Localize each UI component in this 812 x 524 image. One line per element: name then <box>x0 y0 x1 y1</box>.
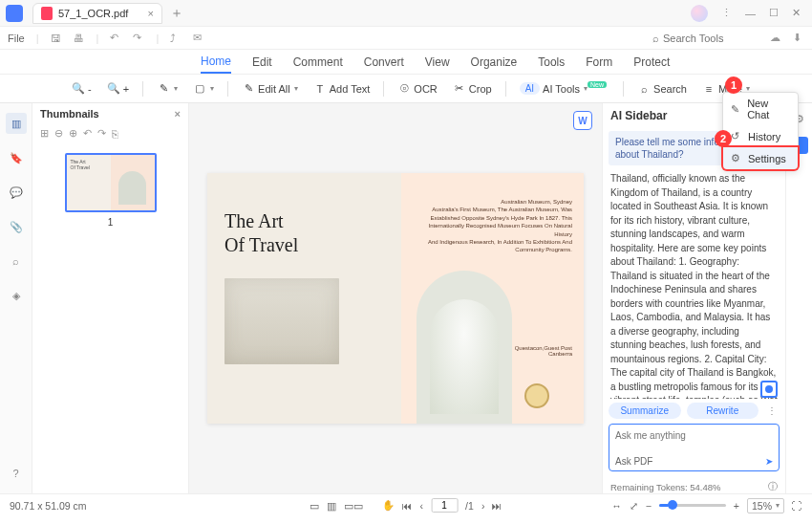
word-export-icon[interactable]: W <box>573 111 592 130</box>
document-page: The Art Of Travel Australian Museum, Syd… <box>207 173 584 424</box>
tab-convert[interactable]: Convert <box>364 55 404 69</box>
zoom-in-button[interactable]: 🔍+ <box>102 79 134 98</box>
page-dimensions: 90.71 x 51.09 cm <box>10 500 87 512</box>
tab-protect[interactable]: Protect <box>633 55 670 69</box>
tokens-info-icon[interactable]: ⓘ <box>768 481 778 493</box>
new-chat-icon: ✎ <box>731 103 741 116</box>
share-icon[interactable]: ⤴ <box>170 33 182 44</box>
zoom-out-button[interactable]: 🔍- <box>67 79 96 98</box>
tab-view[interactable]: View <box>425 55 450 69</box>
fit-width-icon[interactable]: ↔ <box>611 500 622 512</box>
last-page-icon[interactable]: ⏭ <box>492 500 502 512</box>
next-page-icon[interactable]: › <box>481 500 485 512</box>
page-number-input[interactable] <box>431 498 458 513</box>
ai-actions-more-icon[interactable]: ⋮ <box>764 403 780 419</box>
document-caption: Questacon,Guest Post Canberra <box>515 345 572 357</box>
zoom-slider[interactable] <box>659 504 726 507</box>
search-button[interactable]: ⌕Search <box>632 79 692 98</box>
mail-icon[interactable]: ✉ <box>193 32 204 44</box>
dropdown-settings[interactable]: ⚙Settings <box>723 147 798 169</box>
document-canvas[interactable]: W The Art Of Travel Australian Museum, S… <box>189 103 602 493</box>
thumb-grid-icon[interactable]: ⊞ <box>40 127 49 140</box>
ai-text-input[interactable] <box>615 430 773 441</box>
redo-icon[interactable]: ↷ <box>133 32 144 44</box>
page-total: /1 <box>465 500 474 512</box>
minimize-icon[interactable]: — <box>745 8 756 19</box>
tab-comment[interactable]: Comment <box>293 55 343 69</box>
rail-search-icon[interactable]: ⌕ <box>6 251 27 272</box>
ai-tools-button[interactable]: AIAI Tools▾New <box>515 79 614 98</box>
callout-2: 2 <box>715 130 732 147</box>
view-two-icon[interactable]: ▭▭ <box>344 500 363 512</box>
rail-attachment-icon[interactable]: 📎 <box>6 216 27 237</box>
ai-input-box[interactable]: Ask PDF ➤ <box>609 424 780 471</box>
tokens-value: 54.48% <box>690 482 720 492</box>
ocr-button[interactable]: ⦾OCR <box>393 79 441 98</box>
zoom-minus-icon[interactable]: − <box>646 500 652 512</box>
thumb-rotate-left-icon[interactable]: ↶ <box>83 127 92 140</box>
download-icon[interactable]: ⬇ <box>793 32 804 44</box>
tab-tools[interactable]: Tools <box>538 55 565 69</box>
thumb-rotate-right-icon[interactable]: ↷ <box>97 127 106 140</box>
menubar: Home Edit Comment Convert View Organize … <box>0 50 812 75</box>
summarize-button[interactable]: Summarize <box>609 403 681 419</box>
shape-button[interactable]: ▢▾ <box>188 79 219 98</box>
crop-button[interactable]: ✂Crop <box>448 79 497 98</box>
save-icon[interactable]: 🖫 <box>51 33 62 44</box>
view-single-icon[interactable]: ▭ <box>310 500 319 512</box>
tab-home[interactable]: Home <box>201 55 231 74</box>
undo-icon[interactable]: ↶ <box>110 32 121 44</box>
thumbnail-number: 1 <box>32 217 188 228</box>
view-continuous-icon[interactable]: ▥ <box>327 500 336 512</box>
tab-organize[interactable]: Organize <box>471 55 518 69</box>
thumb-zoomin-icon[interactable]: ⊕ <box>69 127 77 140</box>
document-tab[interactable]: 57_1_OCR.pdf × <box>32 3 162 24</box>
print-icon[interactable]: 🖶 <box>74 33 85 44</box>
send-icon[interactable]: ➤ <box>765 456 773 467</box>
zoom-value-box[interactable]: 15%▾ <box>747 498 784 513</box>
close-tab-icon[interactable]: × <box>147 8 153 19</box>
thumbnails-title: Thumbnails <box>40 108 99 120</box>
tool-search-input[interactable] <box>663 33 749 44</box>
thumbnails-panel: Thumbnails × ⊞ ⊖ ⊕ ↶ ↷ ⎘ The ArtOf Trave… <box>32 103 189 493</box>
kebab-icon[interactable]: ⋮ <box>721 7 732 19</box>
rail-layers-icon[interactable]: ◈ <box>6 285 27 306</box>
thumbnails-close-icon[interactable]: × <box>175 108 181 120</box>
ai-dropdown: ✎New Chat ↺History ⚙Settings <box>722 92 799 170</box>
account-orb-icon[interactable] <box>691 5 708 22</box>
zoom-plus-icon[interactable]: + <box>734 500 739 512</box>
highlighter-button[interactable]: ✎▾ <box>152 79 182 98</box>
tab-form[interactable]: Form <box>586 55 612 69</box>
rail-bookmark-icon[interactable]: 🔖 <box>6 147 27 168</box>
ask-pdf-toggle[interactable]: Ask PDF <box>615 456 652 467</box>
rail-thumbnails-icon[interactable]: ▥ <box>6 113 27 134</box>
dropdown-history[interactable]: ↺History <box>723 125 798 147</box>
tab-edit[interactable]: Edit <box>252 55 272 69</box>
callout-1: 1 <box>725 76 742 94</box>
hand-tool-icon[interactable]: ✋ <box>382 499 395 512</box>
fit-page-icon[interactable]: ⤢ <box>630 500 638 512</box>
thumb-insert-icon[interactable]: ⎘ <box>112 128 118 140</box>
fullscreen-icon[interactable]: ⛶ <box>792 500 802 512</box>
page-thumbnail[interactable]: The ArtOf Travel <box>65 153 157 212</box>
document-clock-image <box>524 383 549 408</box>
maximize-icon[interactable]: ☐ <box>769 7 779 19</box>
new-tab-button[interactable]: ＋ <box>170 5 183 22</box>
rail-comment-icon[interactable]: 💬 <box>6 182 27 203</box>
prev-page-icon[interactable]: ‹ <box>420 500 424 512</box>
rail-help-icon[interactable]: ? <box>6 463 27 484</box>
app-icon <box>6 5 23 22</box>
add-text-button[interactable]: TAdd Text <box>309 79 375 98</box>
edit-all-button[interactable]: ✎Edit All▾ <box>237 79 303 98</box>
toolbar: 🔍- 🔍+ ✎▾ ▢▾ ✎Edit All▾ TAdd Text ⦾OCR ✂C… <box>0 75 812 103</box>
dropdown-new-chat[interactable]: ✎New Chat <box>723 93 798 125</box>
thumb-zoomout-icon[interactable]: ⊖ <box>54 127 63 140</box>
statusbar: 90.71 x 51.09 cm ▭ ▥ ▭▭ ✋ ⏮ ‹ /1 › ⏭ ↔ ⤢… <box>0 493 812 516</box>
document-image-left <box>224 278 339 364</box>
cloud-icon[interactable]: ☁ <box>770 32 781 44</box>
file-menu[interactable]: File <box>8 33 25 44</box>
close-window-icon[interactable]: ✕ <box>792 7 801 19</box>
tool-search[interactable]: ⌕ <box>652 33 749 44</box>
rewrite-button[interactable]: Rewrite <box>687 403 759 419</box>
first-page-icon[interactable]: ⏮ <box>402 500 413 512</box>
